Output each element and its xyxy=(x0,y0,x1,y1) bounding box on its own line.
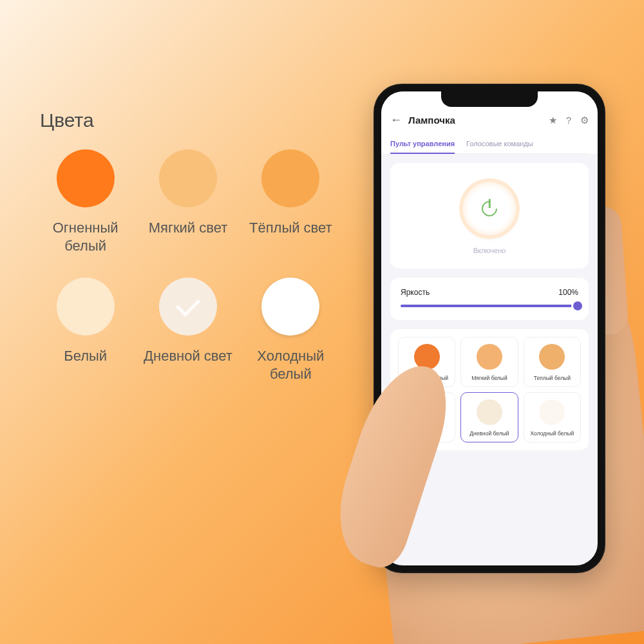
back-icon[interactable]: ← xyxy=(390,113,402,127)
page-title: Лампочка xyxy=(408,115,542,126)
tab-voice-commands[interactable]: Голосовые команды xyxy=(466,135,533,153)
brightness-value: 100% xyxy=(558,288,578,297)
color-option[interactable]: Холодный белый xyxy=(524,392,581,442)
star-icon[interactable]: ★ xyxy=(549,115,557,126)
color-dot xyxy=(477,399,502,425)
color-dot xyxy=(539,344,565,370)
help-icon[interactable]: ? xyxy=(566,115,571,126)
color-dot xyxy=(477,344,502,370)
color-name: Теплый белый xyxy=(534,375,571,381)
brightness-slider[interactable] xyxy=(401,305,578,307)
gear-icon[interactable]: ⚙ xyxy=(580,115,589,126)
power-card: Включено xyxy=(390,163,589,269)
brightness-label: Яркость xyxy=(401,288,430,297)
color-name: Холодный белый xyxy=(531,430,574,437)
power-button[interactable] xyxy=(463,182,516,235)
phone-notch xyxy=(441,91,538,107)
color-name: Дневной белый xyxy=(469,430,509,437)
power-icon xyxy=(480,199,499,218)
brightness-card: Яркость 100% xyxy=(390,278,589,320)
color-dot xyxy=(539,399,565,425)
slider-thumb[interactable] xyxy=(573,301,582,310)
power-status-label: Включено xyxy=(473,247,506,254)
color-option[interactable]: Мягкий белый xyxy=(460,337,518,387)
color-option[interactable]: Теплый белый xyxy=(524,337,581,387)
color-option[interactable]: Дневной белый xyxy=(460,392,518,442)
color-name: Мягкий белый xyxy=(471,375,507,381)
tabs: Пульт управления Голосовые команды xyxy=(390,135,589,154)
tab-remote-control[interactable]: Пульт управления xyxy=(390,135,455,153)
